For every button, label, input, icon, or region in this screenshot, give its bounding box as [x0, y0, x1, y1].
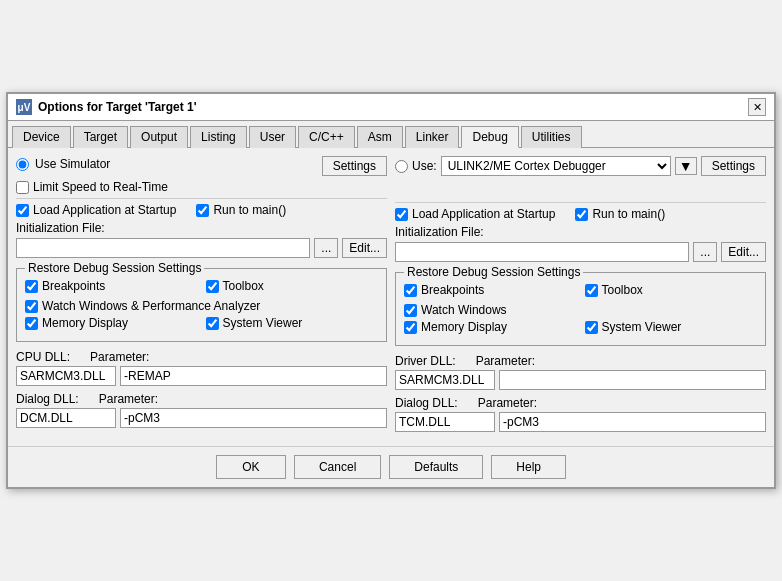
left-edit-button[interactable]: Edit... [342, 238, 387, 258]
left-cpu-dll-section: CPU DLL: Parameter: [16, 350, 387, 386]
right-driver-dll-section: Driver DLL: Parameter: [395, 354, 766, 390]
tab-device[interactable]: Device [12, 126, 71, 148]
right-dialog-labels: Dialog DLL: Parameter: [395, 396, 766, 410]
right-dialog-param-label: Parameter: [478, 396, 537, 410]
tab-utilities[interactable]: Utilities [521, 126, 582, 148]
left-cpu-dll-label: CPU DLL: [16, 350, 70, 364]
right-dialog-inputs [395, 412, 766, 432]
main-window: μV Options for Target 'Target 1' ✕ Devic… [6, 92, 776, 489]
left-run-to-main-label: Run to main() [213, 203, 286, 217]
left-dialog-param-label: Parameter: [99, 392, 158, 406]
tab-output[interactable]: Output [130, 126, 188, 148]
left-restore-title: Restore Debug Session Settings [25, 261, 204, 275]
main-columns: Use Simulator Settings Limit Speed to Re… [16, 156, 766, 438]
right-toolbox-checkbox[interactable] [585, 284, 598, 297]
right-toolbox-row: Toolbox [585, 283, 758, 297]
right-settings-button[interactable]: Settings [701, 156, 766, 176]
right-restore-title: Restore Debug Session Settings [404, 265, 583, 279]
limit-speed-checkbox[interactable] [16, 181, 29, 194]
right-init-file-input[interactable] [395, 242, 689, 262]
limit-speed-label: Limit Speed to Real-Time [33, 180, 168, 194]
left-load-app-checkbox[interactable] [16, 204, 29, 217]
left-memory-row: Memory Display [25, 316, 198, 330]
right-memory-checkbox[interactable] [404, 321, 417, 334]
close-button[interactable]: ✕ [748, 98, 766, 116]
right-init-file-row: ... Edit... [395, 242, 766, 262]
left-dialog-dll-input[interactable] [16, 408, 116, 428]
left-bottom-grid: Memory Display System Viewer [25, 316, 378, 333]
left-checkbox-grid: Breakpoints Toolbox [25, 279, 378, 296]
left-breakpoints-row: Breakpoints [25, 279, 198, 293]
help-button[interactable]: Help [491, 455, 566, 479]
left-dialog-param-input[interactable] [120, 408, 387, 428]
limit-speed-row: Limit Speed to Real-Time [16, 180, 387, 194]
left-cpu-param-input[interactable] [120, 366, 387, 386]
right-load-app-checkbox[interactable] [395, 208, 408, 221]
right-browse-button[interactable]: ... [693, 242, 717, 262]
right-toolbox-label: Toolbox [602, 283, 643, 297]
right-driver-labels: Driver DLL: Parameter: [395, 354, 766, 368]
right-debugger-select[interactable]: ULINK2/ME Cortex Debugger [441, 156, 671, 176]
right-driver-param-input[interactable] [499, 370, 766, 390]
right-watch-label: Watch Windows [421, 303, 507, 317]
window-title: Options for Target 'Target 1' [38, 100, 197, 114]
left-run-to-main-checkbox[interactable] [196, 204, 209, 217]
right-breakpoints-checkbox[interactable] [404, 284, 417, 297]
left-memory-label: Memory Display [42, 316, 128, 330]
left-settings-button[interactable]: Settings [322, 156, 387, 176]
use-simulator-radio[interactable] [16, 158, 29, 171]
right-restore-section: Restore Debug Session Settings Breakpoin… [395, 272, 766, 346]
left-cpu-labels: CPU DLL: Parameter: [16, 350, 387, 364]
right-load-app-row: Load Application at Startup Run to main(… [395, 207, 766, 221]
left-dialog-labels: Dialog DLL: Parameter: [16, 392, 387, 406]
tab-linker[interactable]: Linker [405, 126, 460, 148]
title-bar-left: μV Options for Target 'Target 1' [16, 99, 197, 115]
left-cpu-dll-input[interactable] [16, 366, 116, 386]
app-icon: μV [16, 99, 32, 115]
right-dialog-dll-input[interactable] [395, 412, 495, 432]
right-use-label: Use: [412, 159, 437, 173]
tab-cpp[interactable]: C/C++ [298, 126, 355, 148]
tab-listing[interactable]: Listing [190, 126, 247, 148]
left-load-app-row: Load Application at Startup Run to main(… [16, 203, 387, 217]
right-run-to-main-checkbox[interactable] [575, 208, 588, 221]
right-system-viewer-row: System Viewer [585, 320, 758, 334]
left-toolbox-checkbox[interactable] [206, 280, 219, 293]
right-dialog-param-input[interactable] [499, 412, 766, 432]
left-browse-button[interactable]: ... [314, 238, 338, 258]
left-breakpoints-checkbox[interactable] [25, 280, 38, 293]
left-memory-checkbox[interactable] [25, 317, 38, 330]
title-bar: μV Options for Target 'Target 1' ✕ [8, 94, 774, 121]
left-watch-checkbox[interactable] [25, 300, 38, 313]
ok-button[interactable]: OK [216, 455, 286, 479]
cancel-button[interactable]: Cancel [294, 455, 381, 479]
right-use-row: Use: ULINK2/ME Cortex Debugger ▼ Setting… [395, 156, 766, 176]
right-use-radio[interactable] [395, 160, 408, 173]
right-run-to-main-label: Run to main() [592, 207, 665, 221]
tab-user[interactable]: User [249, 126, 296, 148]
right-debugger-dropdown-arrow[interactable]: ▼ [675, 157, 697, 175]
right-driver-dll-label: Driver DLL: [395, 354, 456, 368]
defaults-button[interactable]: Defaults [389, 455, 483, 479]
left-dialog-dll-section: Dialog DLL: Parameter: [16, 392, 387, 428]
left-init-file-input[interactable] [16, 238, 310, 258]
left-toolbox-row: Toolbox [206, 279, 379, 293]
right-watch-checkbox[interactable] [404, 304, 417, 317]
right-driver-dll-input[interactable] [395, 370, 495, 390]
right-init-file-label: Initialization File: [395, 225, 766, 239]
tab-debug[interactable]: Debug [461, 126, 518, 148]
left-restore-content: Breakpoints Toolbox Watch Windows & Perf… [25, 279, 378, 333]
right-dialog-dll-section: Dialog DLL: Parameter: [395, 396, 766, 432]
tab-asm[interactable]: Asm [357, 126, 403, 148]
right-memory-row: Memory Display [404, 320, 577, 334]
right-edit-button[interactable]: Edit... [721, 242, 766, 262]
left-system-viewer-checkbox[interactable] [206, 317, 219, 330]
tab-target[interactable]: Target [73, 126, 128, 148]
tab-bar: Device Target Output Listing User C/C++ … [8, 121, 774, 148]
right-driver-param-label: Parameter: [476, 354, 535, 368]
right-watch-row: Watch Windows [404, 303, 757, 317]
right-checkbox-grid: Breakpoints Toolbox [404, 283, 757, 300]
right-system-viewer-checkbox[interactable] [585, 321, 598, 334]
right-bottom-grid: Memory Display System Viewer [404, 320, 757, 337]
right-load-app-label: Load Application at Startup [412, 207, 555, 221]
